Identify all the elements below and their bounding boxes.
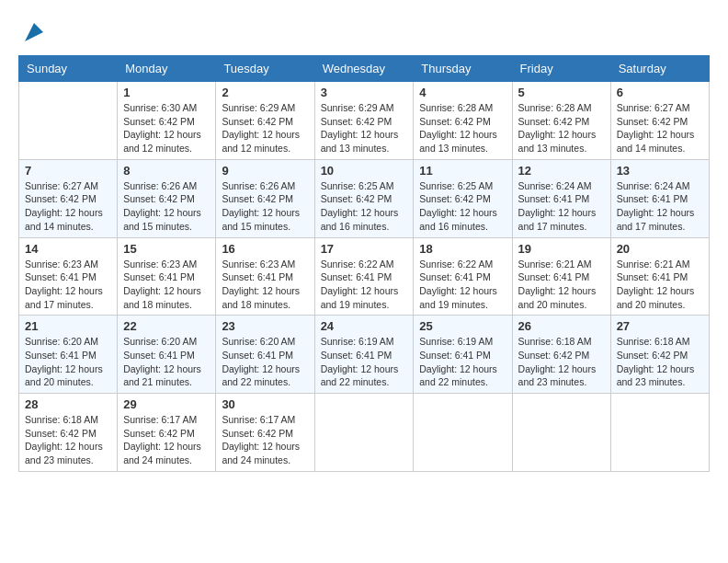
cell-day-number: 17 <box>321 242 408 256</box>
cell-info: Sunrise: 6:25 AMSunset: 6:42 PMDaylight:… <box>419 179 506 234</box>
page-header <box>18 18 710 46</box>
logo <box>18 18 48 46</box>
cell-info: Sunrise: 6:18 AMSunset: 6:42 PMDaylight:… <box>617 335 703 389</box>
calendar-cell: 22 Sunrise: 6:20 AMSunset: 6:41 PMDaylig… <box>118 316 216 394</box>
cell-info: Sunrise: 6:20 AMSunset: 6:41 PMDaylight:… <box>123 335 210 389</box>
calendar-cell: 19 Sunrise: 6:21 AMSunset: 6:41 PMDaylig… <box>512 237 610 316</box>
cell-info: Sunrise: 6:20 AMSunset: 6:41 PMDaylight:… <box>222 335 308 389</box>
cell-info: Sunrise: 6:20 AMSunset: 6:41 PMDaylight:… <box>25 335 111 389</box>
calendar-header-saturday: Saturday <box>610 56 709 82</box>
cell-day-number: 6 <box>617 86 703 99</box>
calendar-cell: 11 Sunrise: 6:25 AMSunset: 6:42 PMDaylig… <box>414 159 512 237</box>
cell-day-number: 13 <box>617 164 703 178</box>
cell-info: Sunrise: 6:22 AMSunset: 6:41 PMDaylight:… <box>321 258 408 312</box>
calendar-cell: 27 Sunrise: 6:18 AMSunset: 6:42 PMDaylig… <box>610 316 709 394</box>
calendar-header-sunday: Sunday <box>19 56 118 82</box>
calendar-cell <box>610 394 709 472</box>
cell-day-number: 19 <box>518 242 605 256</box>
calendar-cell: 17 Sunrise: 6:22 AMSunset: 6:41 PMDaylig… <box>314 237 414 316</box>
cell-info: Sunrise: 6:29 AMSunset: 6:42 PMDaylight:… <box>321 101 408 155</box>
cell-day-number: 22 <box>123 319 210 333</box>
cell-info: Sunrise: 6:28 AMSunset: 6:42 PMDaylight:… <box>518 101 605 155</box>
calendar-cell: 16 Sunrise: 6:23 AMSunset: 6:41 PMDaylig… <box>216 237 314 316</box>
cell-info: Sunrise: 6:21 AMSunset: 6:41 PMDaylight:… <box>518 258 605 312</box>
cell-info: Sunrise: 6:18 AMSunset: 6:42 PMDaylight:… <box>25 413 111 467</box>
calendar-cell: 20 Sunrise: 6:21 AMSunset: 6:41 PMDaylig… <box>610 237 709 316</box>
calendar-cell: 9 Sunrise: 6:26 AMSunset: 6:42 PMDayligh… <box>216 159 314 237</box>
calendar-header-wednesday: Wednesday <box>314 56 414 82</box>
calendar-header-monday: Monday <box>118 56 216 82</box>
svg-marker-0 <box>25 23 43 41</box>
calendar-cell: 3 Sunrise: 6:29 AMSunset: 6:42 PMDayligh… <box>314 82 414 160</box>
calendar-week-row: 7 Sunrise: 6:27 AMSunset: 6:42 PMDayligh… <box>19 159 710 237</box>
calendar-cell <box>19 82 118 160</box>
cell-day-number: 14 <box>25 242 111 256</box>
cell-day-number: 5 <box>518 86 605 99</box>
calendar-cell: 6 Sunrise: 6:27 AMSunset: 6:42 PMDayligh… <box>610 82 709 160</box>
calendar-cell: 13 Sunrise: 6:24 AMSunset: 6:41 PMDaylig… <box>610 159 709 237</box>
calendar-cell: 1 Sunrise: 6:30 AMSunset: 6:42 PMDayligh… <box>118 82 216 160</box>
cell-info: Sunrise: 6:27 AMSunset: 6:42 PMDaylight:… <box>617 101 703 155</box>
cell-info: Sunrise: 6:29 AMSunset: 6:42 PMDaylight:… <box>222 101 308 155</box>
calendar-week-row: 21 Sunrise: 6:20 AMSunset: 6:41 PMDaylig… <box>19 316 710 394</box>
calendar-cell: 23 Sunrise: 6:20 AMSunset: 6:41 PMDaylig… <box>216 316 314 394</box>
cell-info: Sunrise: 6:24 AMSunset: 6:41 PMDaylight:… <box>617 179 703 234</box>
cell-day-number: 18 <box>419 242 506 256</box>
cell-info: Sunrise: 6:17 AMSunset: 6:42 PMDaylight:… <box>222 413 308 467</box>
calendar-header-friday: Friday <box>512 56 610 82</box>
calendar-cell <box>314 394 414 472</box>
calendar-table: SundayMondayTuesdayWednesdayThursdayFrid… <box>18 55 710 472</box>
calendar-cell: 4 Sunrise: 6:28 AMSunset: 6:42 PMDayligh… <box>414 82 512 160</box>
calendar-cell: 12 Sunrise: 6:24 AMSunset: 6:41 PMDaylig… <box>512 159 610 237</box>
calendar-cell: 2 Sunrise: 6:29 AMSunset: 6:42 PMDayligh… <box>216 82 314 160</box>
cell-day-number: 3 <box>321 86 408 99</box>
cell-day-number: 24 <box>321 319 408 333</box>
cell-day-number: 4 <box>419 86 506 99</box>
cell-day-number: 26 <box>518 319 605 333</box>
cell-day-number: 28 <box>25 397 111 411</box>
calendar-cell: 18 Sunrise: 6:22 AMSunset: 6:41 PMDaylig… <box>414 237 512 316</box>
cell-day-number: 23 <box>222 319 308 333</box>
cell-day-number: 10 <box>321 164 408 178</box>
calendar-header-row: SundayMondayTuesdayWednesdayThursdayFrid… <box>19 56 710 82</box>
cell-info: Sunrise: 6:18 AMSunset: 6:42 PMDaylight:… <box>518 335 605 389</box>
cell-info: Sunrise: 6:22 AMSunset: 6:41 PMDaylight:… <box>419 258 506 312</box>
calendar-cell: 14 Sunrise: 6:23 AMSunset: 6:41 PMDaylig… <box>19 237 118 316</box>
calendar-cell <box>414 394 512 472</box>
cell-day-number: 21 <box>25 319 111 333</box>
calendar-cell: 29 Sunrise: 6:17 AMSunset: 6:42 PMDaylig… <box>118 394 216 472</box>
cell-day-number: 8 <box>123 164 210 178</box>
cell-info: Sunrise: 6:26 AMSunset: 6:42 PMDaylight:… <box>222 179 308 234</box>
cell-info: Sunrise: 6:23 AMSunset: 6:41 PMDaylight:… <box>25 258 111 312</box>
cell-day-number: 20 <box>617 242 703 256</box>
cell-info: Sunrise: 6:26 AMSunset: 6:42 PMDaylight:… <box>123 179 210 234</box>
cell-day-number: 12 <box>518 164 605 178</box>
cell-info: Sunrise: 6:21 AMSunset: 6:41 PMDaylight:… <box>617 258 703 312</box>
calendar-cell: 7 Sunrise: 6:27 AMSunset: 6:42 PMDayligh… <box>19 159 118 237</box>
calendar-week-row: 14 Sunrise: 6:23 AMSunset: 6:41 PMDaylig… <box>19 237 710 316</box>
calendar-cell: 8 Sunrise: 6:26 AMSunset: 6:42 PMDayligh… <box>118 159 216 237</box>
logo-icon <box>20 18 48 46</box>
cell-info: Sunrise: 6:23 AMSunset: 6:41 PMDaylight:… <box>123 258 210 312</box>
cell-day-number: 25 <box>419 319 506 333</box>
cell-day-number: 30 <box>222 397 308 411</box>
cell-info: Sunrise: 6:19 AMSunset: 6:41 PMDaylight:… <box>321 335 408 389</box>
cell-info: Sunrise: 6:30 AMSunset: 6:42 PMDaylight:… <box>123 101 210 155</box>
cell-info: Sunrise: 6:28 AMSunset: 6:42 PMDaylight:… <box>419 101 506 155</box>
cell-info: Sunrise: 6:24 AMSunset: 6:41 PMDaylight:… <box>518 179 605 234</box>
calendar-cell: 10 Sunrise: 6:25 AMSunset: 6:42 PMDaylig… <box>314 159 414 237</box>
calendar-cell <box>512 394 610 472</box>
calendar-cell: 5 Sunrise: 6:28 AMSunset: 6:42 PMDayligh… <box>512 82 610 160</box>
cell-day-number: 15 <box>123 242 210 256</box>
calendar-cell: 15 Sunrise: 6:23 AMSunset: 6:41 PMDaylig… <box>118 237 216 316</box>
calendar-cell: 28 Sunrise: 6:18 AMSunset: 6:42 PMDaylig… <box>19 394 118 472</box>
cell-day-number: 1 <box>123 86 210 99</box>
cell-info: Sunrise: 6:17 AMSunset: 6:42 PMDaylight:… <box>123 413 210 467</box>
cell-info: Sunrise: 6:19 AMSunset: 6:41 PMDaylight:… <box>419 335 506 389</box>
cell-info: Sunrise: 6:25 AMSunset: 6:42 PMDaylight:… <box>321 179 408 234</box>
calendar-cell: 21 Sunrise: 6:20 AMSunset: 6:41 PMDaylig… <box>19 316 118 394</box>
cell-info: Sunrise: 6:23 AMSunset: 6:41 PMDaylight:… <box>222 258 308 312</box>
calendar-cell: 26 Sunrise: 6:18 AMSunset: 6:42 PMDaylig… <box>512 316 610 394</box>
cell-day-number: 16 <box>222 242 308 256</box>
calendar-header-tuesday: Tuesday <box>216 56 314 82</box>
